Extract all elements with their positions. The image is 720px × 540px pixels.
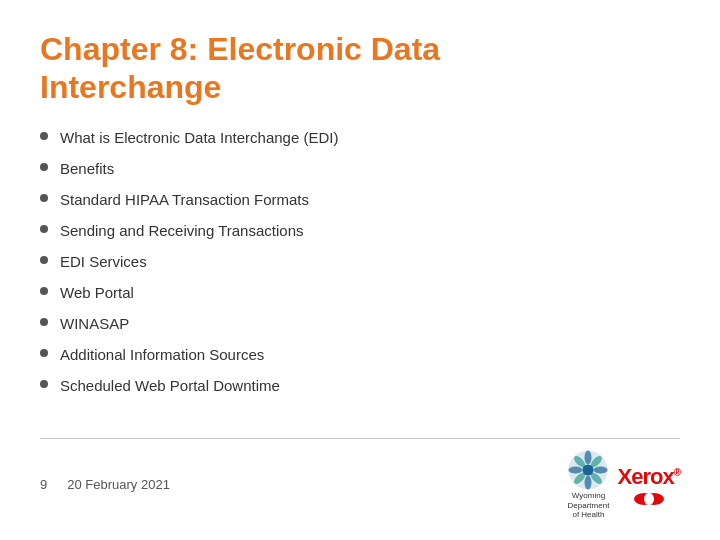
bullet-text: Standard HIPAA Transaction Formats bbox=[60, 189, 309, 210]
list-item: Scheduled Web Portal Downtime bbox=[40, 375, 680, 396]
bullet-dot bbox=[40, 132, 48, 140]
list-item: Standard HIPAA Transaction Formats bbox=[40, 189, 680, 210]
footer-date: 20 February 2021 bbox=[67, 477, 170, 492]
slide-title: Chapter 8: Electronic Data Interchange bbox=[40, 30, 680, 107]
list-item: Sending and Receiving Transactions bbox=[40, 220, 680, 241]
bullet-dot bbox=[40, 225, 48, 233]
svg-point-9 bbox=[583, 465, 594, 476]
list-item: Benefits bbox=[40, 158, 680, 179]
list-item: Web Portal bbox=[40, 282, 680, 303]
footer-logos: Wyoming Department of Health Xerox® bbox=[567, 449, 680, 520]
list-item: EDI Services bbox=[40, 251, 680, 272]
bullet-list: What is Electronic Data Interchange (EDI… bbox=[40, 127, 680, 438]
page-number: 9 bbox=[40, 477, 47, 492]
bullet-text: Web Portal bbox=[60, 282, 134, 303]
bullet-text: WINASAP bbox=[60, 313, 129, 334]
list-item: What is Electronic Data Interchange (EDI… bbox=[40, 127, 680, 148]
svg-point-4 bbox=[594, 467, 608, 474]
wdh-emblem-svg bbox=[567, 449, 609, 491]
svg-point-12 bbox=[644, 493, 654, 505]
title-block: Chapter 8: Electronic Data Interchange bbox=[40, 30, 680, 107]
xerox-logo: Xerox® bbox=[617, 464, 680, 506]
bullet-dot bbox=[40, 380, 48, 388]
list-item: Additional Information Sources bbox=[40, 344, 680, 365]
bullet-dot bbox=[40, 349, 48, 357]
bullet-dot bbox=[40, 318, 48, 326]
bullet-text: What is Electronic Data Interchange (EDI… bbox=[60, 127, 338, 148]
svg-point-1 bbox=[585, 451, 592, 465]
bullet-text: Sending and Receiving Transactions bbox=[60, 220, 304, 241]
bullet-dot bbox=[40, 194, 48, 202]
bullet-dot bbox=[40, 287, 48, 295]
svg-point-2 bbox=[585, 476, 592, 490]
svg-point-3 bbox=[569, 467, 583, 474]
wdh-logo: Wyoming Department of Health bbox=[567, 449, 609, 520]
slide: Chapter 8: Electronic Data Interchange W… bbox=[0, 0, 720, 540]
bullet-text: EDI Services bbox=[60, 251, 147, 272]
list-item: WINASAP bbox=[40, 313, 680, 334]
footer-left: 9 20 February 2021 bbox=[40, 477, 170, 492]
bullet-text: Scheduled Web Portal Downtime bbox=[60, 375, 280, 396]
xerox-brand-text: Xerox® bbox=[617, 464, 680, 490]
bullet-text: Benefits bbox=[60, 158, 114, 179]
bullet-dot bbox=[40, 256, 48, 264]
bullet-dot bbox=[40, 163, 48, 171]
footer: 9 20 February 2021 bbox=[40, 438, 680, 520]
xerox-x-icon bbox=[634, 492, 664, 506]
wdh-text: Wyoming Department of Health bbox=[568, 491, 610, 520]
title-line2: Interchange bbox=[40, 69, 221, 105]
title-line1: Chapter 8: Electronic Data bbox=[40, 31, 440, 67]
bullet-text: Additional Information Sources bbox=[60, 344, 264, 365]
